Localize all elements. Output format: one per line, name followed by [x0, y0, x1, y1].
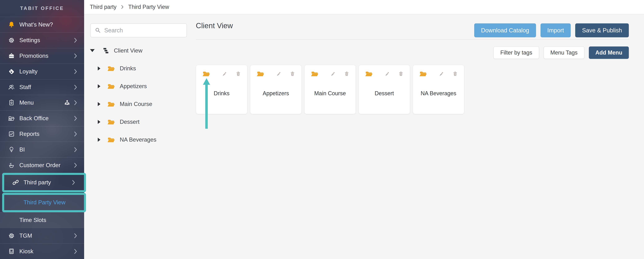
delete-trash-icon[interactable] [398, 71, 404, 76]
expand-collapse-triangle[interactable] [98, 84, 100, 88]
folder-open-button[interactable] [365, 70, 372, 77]
expand-collapse-triangle[interactable] [98, 102, 100, 106]
add-menu-button[interactable]: Add Menu [589, 46, 629, 59]
delete-trash-icon[interactable] [452, 71, 458, 76]
tree-node-label: Appetizers [120, 83, 147, 90]
sidebar-item-time-slots[interactable]: Time Slots [0, 212, 84, 228]
sidebar-item-label: Reports [19, 131, 40, 137]
filter-by-tags-button[interactable]: Filter by tags [494, 46, 539, 59]
tutorial-arrow [203, 78, 210, 129]
folder-open-button[interactable] [257, 70, 264, 77]
sidebar-item-menu[interactable]: Menu [0, 95, 84, 110]
breadcrumb-parent[interactable]: Third party [90, 4, 116, 10]
sitemap-icon [64, 99, 70, 106]
expand-collapse-triangle[interactable] [98, 66, 100, 70]
customer-order-icon [8, 162, 16, 169]
folder-open-button[interactable] [419, 70, 427, 77]
menu-board-icon [8, 99, 16, 106]
menu-card-label: Dessert [359, 90, 410, 97]
menu-card-main-course: Main Course [304, 65, 356, 114]
expand-collapse-triangle[interactable] [98, 120, 100, 124]
tree-node-dessert[interactable]: Dessert [84, 113, 192, 131]
sidebar-item-whats-new[interactable]: What's New? [0, 17, 84, 32]
folder-open-icon [107, 65, 115, 72]
highlight-box-third-party-view: Third Party View [2, 193, 86, 212]
tree-node-label: Dessert [120, 119, 140, 125]
save-publish-button[interactable]: Save & Publish [575, 24, 629, 37]
sidebar-item-label: Staff [19, 84, 31, 90]
folder-open-icon [107, 136, 115, 143]
breadcrumb: Third party Third Party View [90, 4, 169, 10]
sidebar-item-label: Menu [19, 100, 34, 106]
secondary-actions: Filter by tags Menu Tags Add Menu [494, 46, 629, 59]
sidebar-item-back-office[interactable]: Back Office [0, 110, 84, 126]
sidebar-item-tgm[interactable]: TGM [0, 228, 84, 243]
breadcrumb-current: Third Party View [128, 4, 169, 10]
folder-open-icon [107, 118, 115, 125]
hierarchy-icon [103, 48, 109, 54]
sidebar-item-third-party-view[interactable]: Third Party View [4, 195, 84, 210]
sidebar-item-staff[interactable]: Staff [0, 79, 84, 95]
menu-card-drinks: Drinks [196, 65, 248, 114]
reports-icon [8, 130, 16, 138]
edit-pencil-icon[interactable] [330, 71, 336, 76]
menu-card-appetizers: Appetizers [250, 65, 302, 114]
search-icon [95, 27, 101, 34]
app-screen: TABIT OFFICE What's New? Settings SALE P… [0, 0, 644, 259]
tree-node-drinks[interactable]: Drinks [84, 60, 192, 77]
chevron-right-icon [74, 53, 77, 59]
edit-pencil-icon[interactable] [438, 71, 444, 76]
import-button[interactable]: Import [540, 24, 571, 37]
sidebar-item-customer-order[interactable]: Customer Order [0, 157, 84, 173]
menu-card-label: NA Beverages [413, 90, 464, 97]
sidebar-item-reports[interactable]: Reports [0, 126, 84, 142]
sidebar-item-kiosk[interactable]: Kiosk [0, 243, 84, 259]
delete-trash-icon[interactable] [236, 71, 241, 76]
folder-open-button[interactable] [311, 70, 318, 77]
edit-pencil-icon[interactable] [222, 71, 227, 76]
folder-open-button[interactable] [202, 70, 210, 77]
chevron-right-icon [74, 162, 77, 168]
delete-trash-icon[interactable] [344, 71, 349, 76]
chevron-right-icon [74, 69, 77, 74]
expand-collapse-triangle[interactable] [98, 138, 100, 142]
chevron-right-icon [74, 233, 77, 238]
link-icon [12, 179, 20, 186]
sale-sign-icon: SALE [8, 52, 16, 60]
lightbulb-icon [8, 146, 16, 153]
tree-node-label: NA Beverages [120, 136, 156, 143]
sidebar: TABIT OFFICE What's New? Settings SALE P… [0, 0, 84, 259]
edit-pencil-icon[interactable] [276, 71, 281, 76]
tree-node-client-view[interactable]: Client View [84, 42, 192, 60]
tree-node-label: Client View [114, 48, 142, 54]
delete-trash-icon[interactable] [290, 71, 295, 76]
sidebar-item-loyalty[interactable]: Loyalty [0, 64, 84, 79]
tree-node-appetizers[interactable]: Appetizers [84, 77, 192, 95]
download-catalog-button[interactable]: Download Catalog [474, 24, 536, 37]
sidebar-item-third-party[interactable]: Third party [4, 175, 84, 190]
header-divider [196, 39, 629, 40]
tree-node-na-beverages[interactable]: NA Beverages [84, 131, 192, 148]
sidebar-item-promotions[interactable]: SALE Promotions [0, 48, 84, 64]
expand-collapse-triangle[interactable] [90, 49, 95, 52]
sidebar-item-bi[interactable]: BI [0, 142, 84, 157]
gear-icon [8, 37, 16, 44]
edit-pencil-icon[interactable] [384, 71, 390, 76]
menu-tags-button[interactable]: Menu Tags [544, 46, 584, 59]
sidebar-item-label: What's New? [19, 22, 53, 28]
sidebar-item-settings[interactable]: Settings [0, 32, 84, 48]
page-title: Client View [196, 22, 233, 30]
chevron-right-icon [74, 116, 77, 121]
menu-cards: Drinks [196, 65, 464, 114]
search-input[interactable] [104, 27, 182, 34]
menu-card-label: Main Course [304, 90, 356, 97]
topbar: Third party Third Party View [84, 0, 644, 14]
tree-node-main-course[interactable]: Main Course [84, 95, 192, 113]
loyalty-tag-icon [8, 68, 16, 75]
menu-tree-panel: Client View Drinks Appetizers [84, 14, 192, 259]
sidebar-item-label: Back Office [19, 115, 49, 122]
menu-card-dessert: Dessert [358, 65, 410, 114]
chevron-right-icon [74, 131, 77, 137]
sidebar-item-label: Third Party View [24, 199, 66, 206]
tree-node-label: Drinks [120, 65, 136, 72]
